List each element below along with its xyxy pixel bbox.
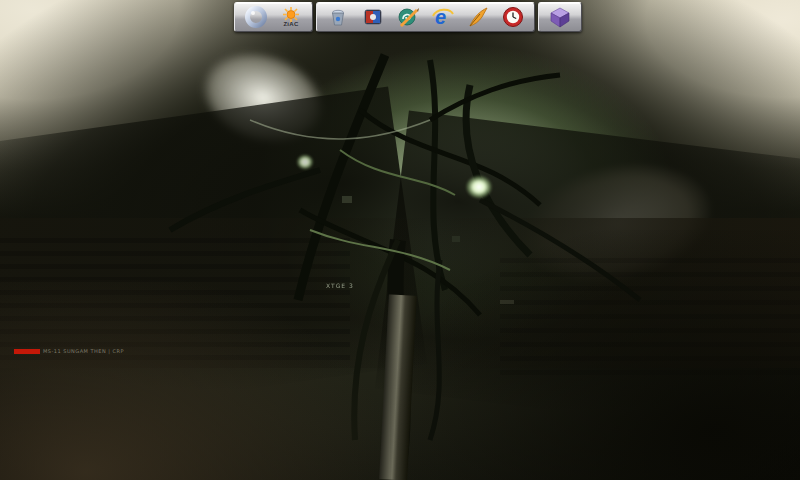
dock-panel-main: e (316, 2, 535, 32)
clock-icon (501, 5, 525, 29)
sun-icon (282, 7, 300, 22)
signature-text: MS-11 SUNGAM THEN | CRP (43, 348, 124, 354)
paint-bucket-launcher-button[interactable] (325, 4, 351, 31)
ziac-launcher-button[interactable]: ZiAC (278, 4, 304, 31)
wallpaper-signature: MS-11 SUNGAM THEN | CRP (14, 348, 124, 354)
clock-launcher-button[interactable] (500, 4, 526, 31)
cube-launcher-button[interactable] (547, 4, 573, 31)
image-launcher-button[interactable] (360, 4, 386, 31)
wallpaper-bottom-left-shadow (0, 280, 380, 480)
wallpaper-glow-spark (462, 172, 496, 202)
signature-red-block (14, 349, 40, 354)
dock: ZiAC (234, 2, 582, 32)
cd-launcher-button[interactable] (243, 4, 269, 31)
paint-bucket-icon (326, 5, 350, 29)
wallpaper-glow-spark-small (294, 152, 316, 172)
browser-launcher-button[interactable]: e (430, 4, 456, 31)
quill-icon (466, 5, 490, 29)
image-icon (361, 5, 385, 29)
wallpaper-label: XTGE 3 (326, 282, 354, 289)
desktop: XTGE 3 MS-11 SUNGAM THEN | CRP (0, 0, 800, 480)
cube-icon (548, 5, 572, 29)
dock-panel-right (538, 2, 582, 32)
swirl-pen-launcher-button[interactable] (395, 4, 421, 31)
sun-label: ZiAC (283, 21, 298, 27)
quill-launcher-button[interactable] (465, 4, 491, 31)
dock-panel-left: ZiAC (234, 2, 313, 32)
wallpaper-bottom-right-shadow (390, 230, 800, 480)
cd-icon (244, 5, 268, 29)
browser-e-icon: e (431, 5, 455, 29)
swirl-pen-icon (396, 5, 420, 29)
